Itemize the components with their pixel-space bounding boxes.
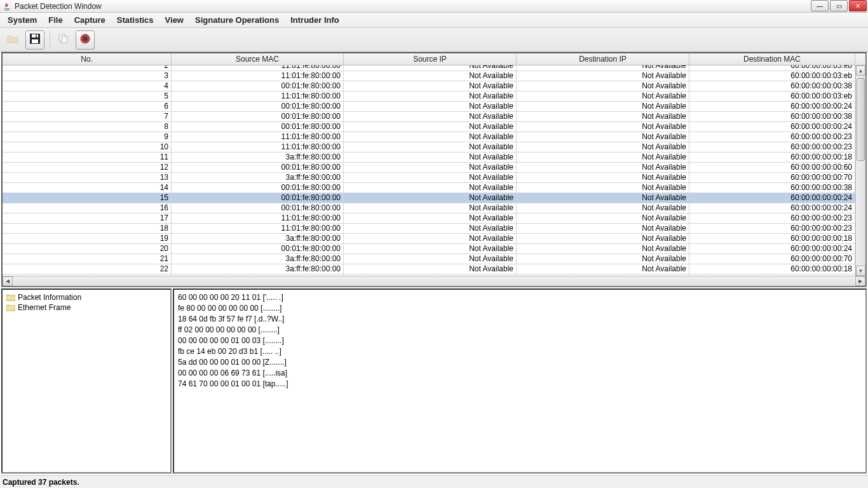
hex-dump[interactable]: 60 00 00 00 00 20 11 01 ['..... .]fe 80 … [173, 288, 867, 473]
cell-sip: Not Available [344, 102, 517, 111]
header-source-mac[interactable]: Source MAC [172, 53, 344, 65]
scroll-thumb[interactable] [857, 78, 865, 161]
table-row[interactable]: 400:01:fe:80:00:00Not AvailableNot Avail… [3, 81, 855, 92]
cell-dip: Not Available [517, 183, 689, 193]
table-row[interactable]: 211:01:fe:80:00:00Not AvailableNot Avail… [3, 65, 855, 71]
table-body[interactable]: 211:01:fe:80:00:00Not AvailableNot Avail… [3, 65, 855, 276]
table-row[interactable]: 1200:01:fe:80:00:00Not AvailableNot Avai… [3, 163, 855, 173]
table-row[interactable]: 911:01:fe:80:00:00Not AvailableNot Avail… [3, 132, 855, 142]
table-row[interactable]: 213a:ff:fe:80:00:00Not AvailableNot Avai… [3, 254, 855, 264]
minimize-button[interactable]: — [811, 0, 829, 11]
menu-view[interactable]: View [160, 14, 189, 26]
cell-sip: Not Available [344, 203, 517, 213]
svg-rect-3 [36, 34, 37, 37]
svg-point-8 [83, 36, 88, 41]
cell-dip: Not Available [517, 132, 689, 142]
cell-dip: Not Available [517, 112, 689, 121]
table-row[interactable]: 1011:01:fe:80:00:00Not AvailableNot Avai… [3, 142, 855, 152]
vertical-scrollbar[interactable]: ▲ ▼ [855, 65, 865, 276]
tree-label: Packet Information [18, 293, 81, 302]
cell-no: 13 [3, 173, 172, 182]
cell-no: 5 [3, 92, 172, 101]
header-destination-ip[interactable]: Destination IP [517, 53, 689, 65]
menu-statistics[interactable]: Statistics [112, 14, 159, 26]
cell-dip: Not Available [517, 122, 689, 132]
cell-no: 7 [3, 112, 172, 121]
cell-dip: Not Available [517, 244, 689, 254]
cell-dip: Not Available [517, 173, 689, 182]
hex-line: fe 80 00 00 00 00 00 00 [........] [178, 303, 862, 314]
menu-file[interactable]: File [43, 14, 67, 26]
cell-dmac: 60:00:00:00:00:38 [689, 112, 855, 121]
table-row[interactable]: 133a:ff:fe:80:00:00Not AvailableNot Avai… [3, 173, 855, 183]
hex-line: 00 00 00 00 00 01 00 03 [........] [178, 336, 862, 346]
table-row[interactable]: 1400:01:fe:80:00:00Not AvailableNot Avai… [3, 183, 855, 193]
table-row[interactable]: 223a:ff:fe:80:00:00Not AvailableNot Avai… [3, 264, 855, 274]
floppy-disk-icon [29, 33, 41, 46]
table-row[interactable]: 1711:01:fe:80:00:00Not AvailableNot Avai… [3, 214, 855, 224]
open-button[interactable] [4, 30, 23, 50]
save-button[interactable] [25, 30, 44, 50]
table-row[interactable]: 600:01:fe:80:00:00Not AvailableNot Avail… [3, 102, 855, 112]
table-row[interactable]: 700:01:fe:80:00:00Not AvailableNot Avail… [3, 112, 855, 122]
cell-smac: 3a:ff:fe:80:00:00 [172, 152, 344, 162]
cell-sip: Not Available [344, 122, 517, 132]
table-row[interactable]: 1500:01:fe:80:00:00Not AvailableNot Avai… [3, 193, 855, 203]
horizontal-scrollbar[interactable]: ◀ ▶ [3, 276, 865, 286]
cell-no: 8 [3, 122, 172, 132]
java-icon [3, 2, 11, 11]
copy-button[interactable] [54, 30, 73, 50]
cell-smac: 11:01:fe:80:00:00 [172, 132, 344, 142]
table-row[interactable]: 1600:01:fe:80:00:00Not AvailableNot Avai… [3, 203, 855, 214]
cell-dmac: 60:00:00:00:00:24 [689, 102, 855, 111]
menu-capture[interactable]: Capture [69, 14, 111, 26]
cell-dmac: 60:00:00:00:00:38 [689, 81, 855, 91]
cell-sip: Not Available [344, 112, 517, 121]
cell-sip: Not Available [344, 142, 517, 152]
svg-rect-1 [32, 34, 38, 37]
cell-no: 21 [3, 254, 172, 264]
table-row[interactable]: 511:01:fe:80:00:00Not AvailableNot Avail… [3, 92, 855, 102]
folder-icon [6, 304, 15, 311]
header-destination-mac[interactable]: Destination MAC [689, 53, 855, 65]
bug-stop-icon [79, 32, 92, 47]
table-row[interactable]: 2000:01:fe:80:00:00Not AvailableNot Avai… [3, 244, 855, 254]
cell-no: 9 [3, 132, 172, 142]
packet-tree[interactable]: Packet Information Ethernet Frame [1, 288, 172, 473]
cell-smac: 3a:ff:fe:80:00:00 [172, 254, 344, 264]
header-no[interactable]: No. [3, 53, 172, 65]
cell-dmac: 60:00:00:00:00:24 [689, 244, 855, 254]
table-row[interactable]: 311:01:fe:80:00:00Not AvailableNot Avail… [3, 71, 855, 81]
cell-smac: 00:01:fe:80:00:00 [172, 102, 344, 111]
cell-smac: 00:01:fe:80:00:00 [172, 81, 344, 91]
hex-line: 00 00 00 00 06 69 73 61 [.....isa] [178, 368, 862, 379]
header-source-ip[interactable]: Source IP [344, 53, 517, 65]
cell-dmac: 60:00:00:00:00:60 [689, 163, 855, 172]
scroll-down-arrow[interactable]: ▼ [856, 266, 865, 276]
table-row[interactable]: 1811:01:fe:80:00:00Not AvailableNot Avai… [3, 224, 855, 234]
cell-sip: Not Available [344, 65, 517, 71]
tree-packet-information[interactable]: Packet Information [5, 292, 168, 302]
table-row[interactable]: 800:01:fe:80:00:00Not AvailableNot Avail… [3, 122, 855, 132]
cell-sip: Not Available [344, 92, 517, 101]
menu-system[interactable]: System [3, 14, 42, 26]
scroll-up-arrow[interactable]: ▲ [856, 65, 865, 76]
folder-icon [6, 294, 15, 301]
maximize-button[interactable]: ▭ [830, 0, 848, 11]
scroll-left-arrow[interactable]: ◀ [3, 276, 13, 286]
cell-smac: 11:01:fe:80:00:00 [172, 224, 344, 233]
cell-dmac: 60:00:00:00:00:18 [689, 234, 855, 243]
capture-stop-button[interactable] [76, 30, 95, 50]
cell-dip: Not Available [517, 234, 689, 243]
menu-signature-operations[interactable]: Signature Operations [190, 14, 284, 26]
scroll-right-arrow[interactable]: ▶ [855, 276, 865, 286]
cell-dmac: 60:00:00:00:00:18 [689, 264, 855, 274]
menu-intruder-info[interactable]: Intruder Info [285, 14, 344, 26]
close-button[interactable]: ✕ [849, 0, 867, 11]
cell-no: 22 [3, 264, 172, 274]
table-row[interactable]: 193a:ff:fe:80:00:00Not AvailableNot Avai… [3, 234, 855, 244]
cell-no: 15 [3, 193, 172, 203]
tree-ethernet-frame[interactable]: Ethernet Frame [5, 302, 168, 313]
table-row[interactable]: 113a:ff:fe:80:00:00Not AvailableNot Avai… [3, 152, 855, 163]
cell-dip: Not Available [517, 254, 689, 264]
